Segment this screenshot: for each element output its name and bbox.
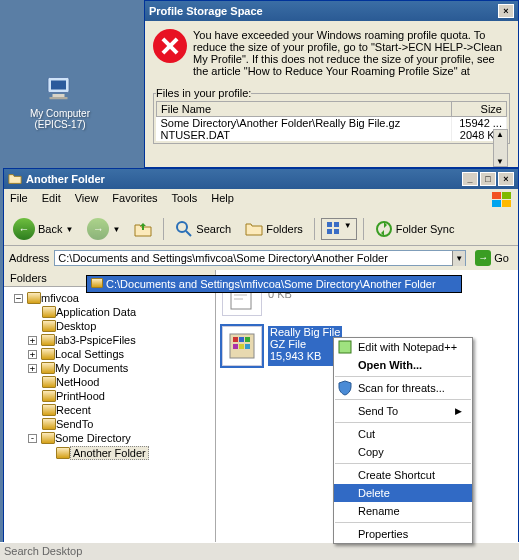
menu-delete[interactable]: Delete bbox=[334, 484, 472, 502]
back-button[interactable]: ←Back ▼ bbox=[8, 215, 78, 243]
tree-item[interactable]: lab3-PspiceFiles bbox=[55, 334, 136, 346]
tree-item[interactable]: NetHood bbox=[56, 376, 99, 388]
svg-rect-22 bbox=[239, 337, 244, 342]
desktop-label-2: (EPICS-17) bbox=[20, 119, 100, 130]
address-input[interactable] bbox=[54, 250, 466, 266]
svg-rect-27 bbox=[339, 341, 351, 353]
svg-rect-6 bbox=[492, 200, 501, 207]
tree-item[interactable]: Recent bbox=[56, 404, 91, 416]
tree-twisty[interactable]: + bbox=[28, 350, 37, 359]
folder-icon bbox=[91, 278, 103, 288]
menu-help[interactable]: Help bbox=[211, 192, 234, 210]
scrollbar-vertical[interactable] bbox=[493, 129, 508, 167]
window-profile-storage: Profile Storage Space × You have exceede… bbox=[144, 0, 519, 168]
file-type: GZ File bbox=[270, 338, 340, 350]
menubar: File Edit View Favorites Tools Help bbox=[4, 189, 518, 213]
svg-rect-25 bbox=[239, 344, 244, 349]
table-row[interactable]: Some Directory\Another Folder\Really Big… bbox=[157, 117, 507, 130]
table-row[interactable]: NTUSER.DAT 2048 KB bbox=[157, 129, 507, 141]
tree-item[interactable]: My Documents bbox=[55, 362, 128, 374]
close-button[interactable]: × bbox=[498, 4, 514, 18]
tree-item[interactable]: Local Settings bbox=[55, 348, 124, 360]
folder-icon bbox=[41, 334, 55, 346]
titlebar-explorer[interactable]: Another Folder _ □ × bbox=[4, 169, 518, 189]
folder-icon bbox=[8, 172, 22, 186]
views-button[interactable]: ▼ bbox=[321, 218, 357, 240]
file-size: 15,943 KB bbox=[270, 350, 340, 362]
svg-rect-1 bbox=[51, 81, 66, 90]
tree-item[interactable]: Desktop bbox=[56, 320, 96, 332]
file-name: Really Big File bbox=[270, 326, 340, 338]
notepad-icon bbox=[337, 339, 353, 355]
search-placeholder: Search Desktop bbox=[4, 545, 82, 557]
menu-scan-threats[interactable]: Scan for threats... bbox=[334, 379, 472, 397]
windows-flag-icon bbox=[492, 192, 512, 208]
go-button[interactable]: →Go bbox=[471, 249, 513, 267]
menu-cut[interactable]: Cut bbox=[334, 425, 472, 443]
window-title: Another Folder bbox=[26, 173, 105, 185]
menu-copy[interactable]: Copy bbox=[334, 443, 472, 461]
tree-twisty[interactable]: + bbox=[28, 364, 37, 373]
menu-file[interactable]: File bbox=[10, 192, 28, 210]
svg-rect-2 bbox=[53, 94, 65, 97]
maximize-button[interactable]: □ bbox=[480, 172, 496, 186]
svg-rect-10 bbox=[327, 222, 332, 227]
folder-icon bbox=[27, 292, 41, 304]
desktop-icon-my-computer[interactable]: My Computer (EPICS-17) bbox=[20, 70, 100, 130]
menu-properties[interactable]: Properties bbox=[334, 525, 472, 543]
close-button[interactable]: × bbox=[498, 172, 514, 186]
menu-create-shortcut[interactable]: Create Shortcut bbox=[334, 466, 472, 484]
group-label: Files in your profile: bbox=[156, 87, 251, 99]
col-size[interactable]: Size bbox=[452, 102, 507, 117]
window-title: Profile Storage Space bbox=[149, 5, 263, 17]
desktop-label-1: My Computer bbox=[20, 108, 100, 119]
folders-pane-title: Folders bbox=[10, 272, 47, 284]
folder-icon bbox=[42, 418, 56, 430]
tree-twisty[interactable]: − bbox=[14, 294, 23, 303]
context-menu: Edit with Notepad++ Open With... Scan fo… bbox=[333, 337, 473, 544]
menu-rename[interactable]: Rename bbox=[334, 502, 472, 520]
archive-file-icon bbox=[222, 326, 262, 366]
folders-pane: Folders× − mfivcoa Application Data Desk… bbox=[4, 270, 216, 552]
address-suggestion[interactable]: C:\Documents and Settings\mfivcoa\Some D… bbox=[86, 275, 462, 293]
chevron-right-icon: ▶ bbox=[455, 406, 462, 416]
menu-open-with[interactable]: Open With... bbox=[334, 356, 472, 374]
search-button[interactable]: Search bbox=[170, 217, 236, 241]
menu-edit-notepad[interactable]: Edit with Notepad++ bbox=[334, 338, 472, 356]
up-button[interactable] bbox=[129, 217, 157, 241]
address-bar: Address ▼ →Go bbox=[4, 246, 518, 270]
tree-twisty[interactable]: + bbox=[28, 336, 37, 345]
svg-point-8 bbox=[177, 222, 187, 232]
folders-button[interactable]: Folders bbox=[240, 217, 308, 241]
tree-item[interactable]: Application Data bbox=[56, 306, 136, 318]
folder-sync-button[interactable]: Folder Sync bbox=[370, 217, 460, 241]
menu-edit[interactable]: Edit bbox=[42, 192, 61, 210]
tree-item[interactable]: SendTo bbox=[56, 418, 93, 430]
folders-icon bbox=[245, 220, 263, 238]
menu-send-to[interactable]: Send To▶ bbox=[334, 402, 472, 420]
tree-item[interactable]: Some Directory bbox=[55, 432, 131, 444]
tree-item[interactable]: PrintHood bbox=[56, 390, 105, 402]
files-table: File Name Size Some Directory\Another Fo… bbox=[156, 101, 507, 141]
menu-favorites[interactable]: Favorites bbox=[112, 192, 157, 210]
folder-icon bbox=[41, 362, 55, 374]
titlebar-profile[interactable]: Profile Storage Space × bbox=[145, 1, 518, 21]
folder-icon bbox=[41, 348, 55, 360]
menu-view[interactable]: View bbox=[75, 192, 99, 210]
svg-rect-11 bbox=[334, 222, 339, 227]
svg-rect-3 bbox=[50, 97, 68, 99]
col-filename[interactable]: File Name bbox=[157, 102, 452, 117]
go-icon: → bbox=[475, 250, 491, 266]
folder-icon bbox=[42, 376, 56, 388]
menu-tools[interactable]: Tools bbox=[172, 192, 198, 210]
tree-root[interactable]: mfivcoa bbox=[41, 292, 79, 304]
folder-up-icon bbox=[134, 220, 152, 238]
sync-icon bbox=[375, 220, 393, 238]
address-dropdown[interactable]: ▼ bbox=[452, 251, 465, 266]
forward-button[interactable]: →▼ bbox=[82, 215, 125, 243]
minimize-button[interactable]: _ bbox=[462, 172, 478, 186]
tree-twisty[interactable]: - bbox=[28, 434, 37, 443]
folder-icon bbox=[42, 404, 56, 416]
tree-item-selected[interactable]: Another Folder bbox=[70, 446, 149, 460]
desktop-search-band[interactable]: Search Desktop bbox=[0, 542, 519, 560]
